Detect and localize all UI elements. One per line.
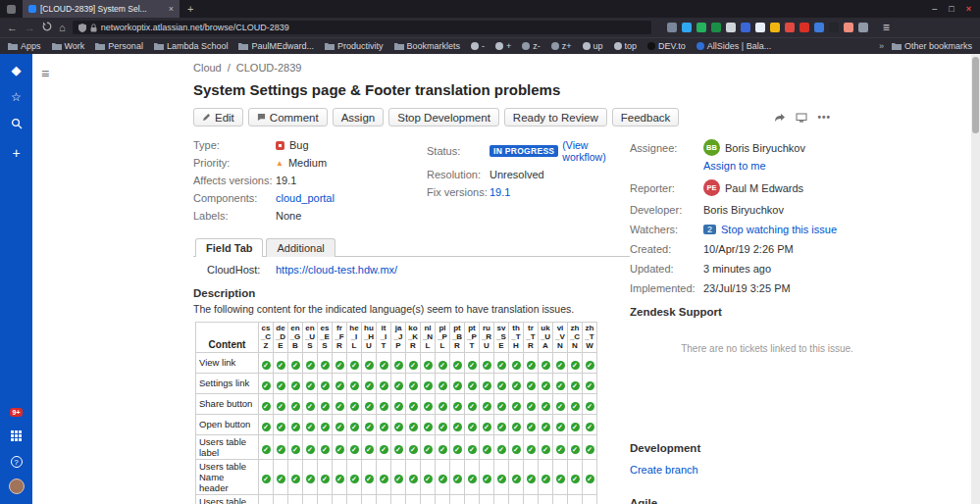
bookmark-folder[interactable]: Bookmarklets [394,41,461,51]
extension-icon[interactable] [770,23,780,32]
status-cell: ✓ [347,352,362,373]
star-icon[interactable]: ☆ [11,91,22,103]
create-branch-link[interactable]: Create branch [630,464,968,476]
refresh-icon[interactable] [42,22,52,33]
bookmark-folder[interactable]: Apps [8,41,41,51]
share-icon[interactable] [774,109,786,126]
status-cell: ✓ [524,434,539,459]
reporter-avatar[interactable]: PE [703,179,720,196]
bookmark-folder[interactable]: Lambda School [154,41,229,51]
status-cell: ✓ [274,393,288,414]
stop-development-button[interactable]: Stop Development [388,108,499,126]
apps-grid-icon[interactable] [11,428,22,445]
pass-icon: ✓ [556,445,565,454]
status-cell: ✓ [539,494,553,504]
scrollbar[interactable] [971,54,980,504]
extension-icon[interactable] [667,23,677,32]
bookmark-link[interactable]: z- [522,41,541,51]
search-icon[interactable] [11,118,23,131]
status-cell: × [259,494,274,504]
assignee-avatar[interactable]: BB [703,139,720,156]
other-bookmarks[interactable]: Other bookmarks [892,41,972,51]
extension-icon[interactable] [755,23,765,32]
extension-icon[interactable] [696,23,706,32]
breadcrumb-issue-key[interactable]: CLOUD-2839 [236,62,302,74]
table-row: Settings link✓✓✓✓✓✓✓✓✓✓✓✓✓✓✓✓✓✓✓✓✓✓✓ [196,373,597,393]
bookmark-folder[interactable]: PaulMEdward... [238,41,314,51]
bookmark-folder[interactable]: Personal [95,41,143,51]
extension-icon[interactable] [682,23,692,32]
extension-icon[interactable] [844,23,853,32]
assign-to-me-link[interactable]: Assign to me [703,160,766,172]
bookmark-favicon [583,42,591,50]
stop-watching-link[interactable]: Stop watching this issue [721,224,837,235]
menu-icon[interactable]: ≡ [883,21,890,34]
edit-button[interactable]: Edit [193,108,243,126]
export-icon[interactable] [796,109,807,126]
bookmark-folder[interactable]: Productivity [325,41,384,51]
shield-icon [78,19,86,36]
toolbar-right-icons: ••• [774,109,831,126]
bookmark-link[interactable]: - [471,41,485,51]
tab-field-tab[interactable]: Field Tab [195,238,263,257]
pass-icon: ✓ [291,361,300,370]
components-link[interactable]: cloud_portal [276,192,335,204]
status-cell: ✓ [539,459,553,494]
extension-icon[interactable] [858,23,868,32]
pass-icon: ✓ [483,475,491,483]
bookmark-link[interactable]: top [614,41,638,51]
extension-icon[interactable] [726,23,736,32]
pass-icon: ✓ [306,475,315,483]
extension-icon[interactable] [711,23,721,32]
extension-icon[interactable] [829,23,839,32]
feedback-button[interactable]: Feedback [612,108,680,126]
new-tab-button[interactable]: + [187,3,193,15]
view-workflow-link[interactable]: (View workflow) [562,139,630,163]
create-plus-icon[interactable]: + [12,146,20,160]
window-menu-icon[interactable] [7,5,16,14]
table-row: View link✓✓✓✓✓✓✓✓✓✓✓✓✓✓✓✓✓✓✓✓✓✓✓ [196,352,597,373]
pass-icon: ✓ [335,423,344,431]
bookmarks-overflow-icon[interactable]: » [879,41,884,51]
profile-avatar[interactable] [9,479,25,494]
jira-logo-icon[interactable]: ◆ [12,64,22,76]
more-actions-button[interactable]: ••• [817,112,831,123]
extension-icon[interactable] [799,23,809,32]
fix-versions-link[interactable]: 19.1 [490,186,510,198]
scrollbar-thumb[interactable] [972,57,979,133]
breadcrumb-project[interactable]: Cloud [193,62,222,74]
pass-icon: ✓ [394,402,403,411]
cloudhost-link[interactable]: https://cloud-test.hdw.mx/ [276,264,397,276]
sidebar-toggle-icon[interactable]: ≡ [41,66,49,81]
notification-badge[interactable]: 9+ [10,408,24,417]
tab-additional[interactable]: Additional [266,238,335,257]
close-icon[interactable]: × [966,4,971,14]
assign-button[interactable]: Assign [333,108,385,126]
back-icon[interactable]: ← [7,23,18,33]
browser-tab[interactable]: [CLOUD-2839] System Sel... × [23,0,180,18]
status-cell: ✓ [480,459,494,494]
comment-button[interactable]: Comment [248,108,328,126]
bookmark-favicon [471,42,479,50]
sidebar-bottom: 9+ ? [0,408,32,494]
tab-close-icon[interactable]: × [169,4,174,14]
status-cell: ✓ [450,414,465,434]
url-bar[interactable]: networkoptix.atlassian.net/browse/CLOUD-… [73,21,651,34]
maximize-icon[interactable]: □ [949,4,954,14]
bookmark-link[interactable]: up [583,41,603,51]
minimize-icon[interactable]: – [932,4,937,14]
bookmark-link[interactable]: AllSides | Bala... [696,41,771,51]
home-icon[interactable]: ⌂ [59,23,66,33]
extension-icon[interactable] [814,23,824,32]
forward-icon[interactable]: → [25,23,35,33]
extension-icon[interactable] [741,23,750,32]
bookmark-link[interactable]: DEV.to [647,41,686,51]
bookmark-link[interactable]: + [495,41,511,51]
status-cell: ✓ [406,434,421,459]
pass-icon: ✓ [306,361,315,370]
help-icon[interactable]: ? [11,456,23,468]
bookmark-link[interactable]: z+ [551,41,572,51]
ready-to-review-button[interactable]: Ready to Review [504,108,607,126]
extension-icon[interactable] [785,23,795,32]
bookmark-folder[interactable]: Work [52,41,85,51]
